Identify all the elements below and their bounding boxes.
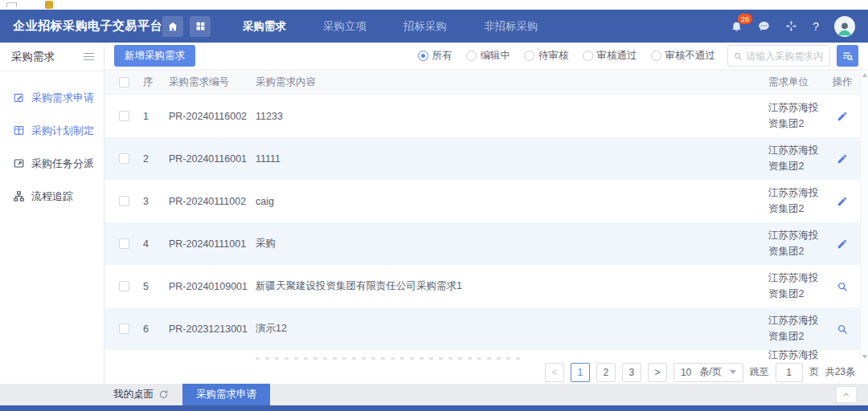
filter-editing[interactable]: 编辑中 [466, 49, 511, 63]
favicon-fragment [45, 1, 53, 9]
filter-label: 审核不通过 [665, 49, 716, 63]
sidebar-item-plan-making[interactable]: 采购计划制定 [0, 114, 104, 147]
fullscreen-button[interactable] [785, 20, 797, 32]
sidebar-item-demand-apply[interactable]: 采购需求申请 [0, 81, 104, 114]
row-action[interactable] [825, 153, 860, 165]
row-index: 5 [143, 281, 169, 292]
filter-search-icon [841, 50, 854, 62]
browser-remnant-strip [0, 0, 868, 10]
filter-label: 所有 [432, 49, 452, 63]
browser-fragment [6, 2, 17, 7]
row-code: PR-20240111002 [169, 196, 256, 207]
home-icon [167, 21, 178, 32]
sidebar-title: 采购需求 [11, 50, 55, 64]
table-row: 6PR-20231213001演示12江苏苏海投资集团2 [104, 307, 868, 350]
edit-icon[interactable] [837, 238, 848, 250]
row-checkbox[interactable] [119, 111, 129, 121]
clipped-row-text [256, 357, 521, 360]
content-panel: 新增采购需求 所有 编辑中 待审核 [104, 43, 868, 384]
sidebar-item-label: 流程追踪 [31, 189, 73, 204]
filter-rejected[interactable]: 审核不通过 [651, 49, 716, 63]
search-box [727, 45, 830, 67]
user-avatar[interactable] [834, 16, 855, 37]
filter-pending-review[interactable]: 待审核 [524, 49, 569, 63]
chat-icon [758, 20, 770, 32]
grid-icon [195, 21, 206, 31]
row-action[interactable] [825, 281, 860, 292]
row-unit: 江苏苏海投资集团2 [768, 313, 825, 344]
nav-procurement-initiation[interactable]: 采购立项 [323, 19, 366, 34]
row-index: 2 [143, 153, 169, 165]
page-button-1[interactable]: 1 [571, 363, 590, 382]
page-size-value: 10 [681, 367, 691, 378]
page-button-2[interactable]: 2 [596, 363, 616, 382]
flow-sitemap-icon [13, 190, 25, 202]
scroll-down-arrow[interactable] [862, 355, 867, 359]
bottom-taskbar: 我的桌面 采购需求申请 [0, 384, 868, 405]
row-action[interactable] [825, 238, 860, 250]
table-row: 2PR-2024011600111111江苏苏海投资集团2 [104, 137, 868, 180]
messages-button[interactable] [758, 20, 770, 32]
row-checkbox[interactable] [119, 153, 129, 164]
nav-procurement-demand[interactable]: 采购需求 [243, 19, 286, 34]
vertical-scrollbar[interactable] [860, 71, 868, 361]
filter-approved[interactable]: 审核通过 [583, 49, 637, 63]
col-content: 采购需求内容 [256, 75, 768, 89]
next-page-button[interactable]: > [648, 363, 667, 382]
row-content: 新疆天聚建设投资集团有限责任公司采购需求1 [256, 279, 768, 293]
plan-book-icon [13, 124, 25, 136]
add-demand-button[interactable]: 新增采购需求 [114, 45, 195, 67]
sidebar-item-task-dispatch[interactable]: 采购任务分派 [0, 147, 104, 180]
app-header: 企业招标采购电子交易平台 采购需求 采购立项 招标采购 非招标采购 26 ? [0, 10, 868, 43]
page-button-3[interactable]: 3 [622, 363, 641, 382]
my-desktop-button[interactable]: 我的桌面 [113, 388, 169, 401]
my-desktop-label: 我的桌面 [113, 388, 154, 401]
row-checkbox[interactable] [119, 238, 129, 249]
toolbar: 新增采购需求 所有 编辑中 待审核 [104, 43, 868, 71]
apps-grid-button[interactable] [190, 16, 211, 37]
collapse-menu-icon[interactable] [84, 53, 94, 61]
page-size-select[interactable]: 10 条/页 [674, 363, 743, 382]
edit-icon[interactable] [837, 111, 848, 122]
refresh-icon [158, 389, 169, 400]
status-filter-group: 所有 编辑中 待审核 审核通过 [418, 49, 716, 63]
advanced-search-button[interactable] [837, 45, 858, 67]
top-nav: 采购需求 采购立项 招标采购 非招标采购 [243, 19, 538, 34]
row-code: PR-20240116002 [169, 111, 256, 122]
search-input[interactable] [746, 51, 824, 62]
view-icon[interactable] [837, 324, 848, 335]
edit-icon[interactable] [837, 153, 848, 165]
pagination: < 1 2 3 > 10 条/页 跳至 页 共23条 [104, 360, 868, 384]
notifications-button[interactable]: 26 [731, 20, 743, 32]
total-count: 共23条 [825, 365, 855, 379]
nav-non-bidding-procurement[interactable]: 非招标采购 [484, 19, 538, 34]
nav-bidding-procurement[interactable]: 招标采购 [403, 19, 447, 34]
row-action[interactable] [825, 196, 860, 207]
sidebar-item-process-trace[interactable]: 流程追踪 [0, 180, 104, 213]
taskbar-tab-demand-apply[interactable]: 采购需求申请 [182, 384, 270, 405]
row-content: 采购 [256, 237, 768, 250]
filter-label: 编辑中 [481, 49, 511, 63]
prev-page-button[interactable]: < [545, 363, 564, 382]
jump-page-input[interactable] [776, 363, 803, 382]
row-action[interactable] [825, 324, 860, 335]
edit-square-icon [13, 92, 25, 104]
row-action[interactable] [825, 111, 860, 122]
row-unit: 江苏苏海投资集团2 [768, 100, 825, 132]
collapse-taskbar-button[interactable] [836, 386, 857, 403]
row-checkbox[interactable] [119, 196, 129, 206]
edit-icon[interactable] [837, 196, 848, 207]
help-button[interactable]: ? [813, 20, 819, 33]
clipped-table-row: 江苏苏海投 [104, 350, 868, 360]
home-button[interactable] [162, 16, 183, 37]
select-all-checkbox[interactable] [119, 77, 129, 87]
row-checkbox[interactable] [119, 324, 129, 334]
filter-all[interactable]: 所有 [418, 49, 452, 63]
scroll-up-arrow[interactable] [862, 73, 867, 77]
col-unit: 需求单位 [768, 75, 825, 90]
row-unit: 江苏苏海投资集团2 [768, 228, 825, 259]
view-icon[interactable] [837, 281, 848, 292]
sidebar-header: 采购需求 [0, 43, 104, 71]
sidebar: 采购需求 采购需求申请 采购计划制定 采购任务分派 流程追踪 [0, 43, 104, 384]
row-checkbox[interactable] [119, 281, 129, 291]
